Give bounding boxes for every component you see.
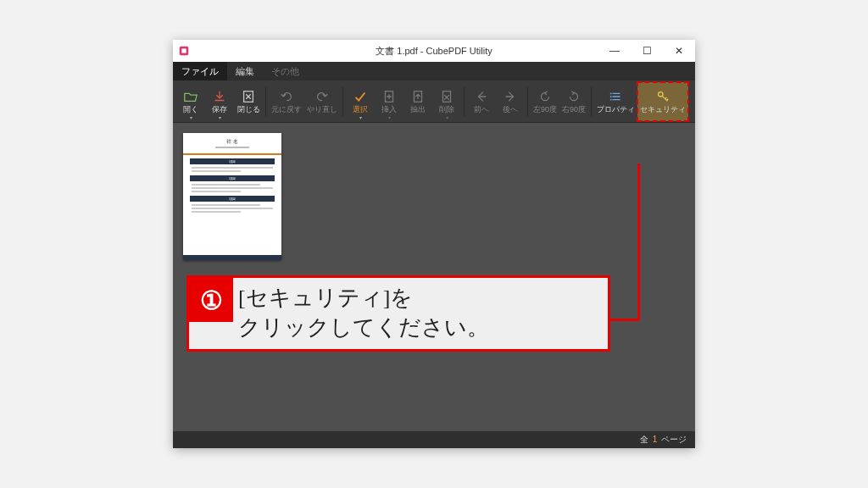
menu-file[interactable]: ファイル (173, 62, 227, 80)
svg-rect-5 (443, 92, 451, 103)
chevron-down-icon: ▾ (346, 115, 375, 120)
select-button[interactable]: 選択 ▾ (346, 82, 375, 121)
insert-page-icon (381, 89, 397, 104)
step-number-badge: ① (189, 278, 233, 322)
maximize-button[interactable]: ☐ (631, 40, 663, 62)
chevron-down-icon: ▾ (432, 115, 461, 120)
thumb-header: 祥 名 (183, 133, 281, 155)
rotate-right-icon (566, 89, 581, 104)
security-button[interactable]: セキュリティ (637, 82, 688, 121)
rotate-right-button[interactable]: 右90度 (559, 82, 588, 121)
close-button[interactable]: ✕ (663, 40, 695, 62)
list-icon (609, 89, 624, 104)
separator (342, 87, 343, 116)
minimize-button[interactable]: — (598, 40, 631, 62)
redo-icon (314, 89, 330, 104)
chevron-down-icon: ▾ (375, 115, 403, 120)
chevron-down-icon: ▾ (176, 115, 205, 120)
page-thumbnail[interactable]: 祥 名 項目 項目 項目 (183, 133, 281, 260)
prev-button[interactable]: 前へ (467, 82, 496, 121)
separator (591, 87, 592, 116)
close-doc-icon (241, 89, 256, 104)
page-count-label: 全 1 ページ (640, 434, 687, 446)
separator (527, 87, 528, 116)
undo-icon (279, 89, 294, 104)
undo-button[interactable]: 元に戻す (269, 82, 304, 121)
save-download-icon (212, 89, 227, 104)
window-controls: — ☐ ✕ (598, 40, 695, 62)
toolbar: 開く ▾ 保存 ▾ 閉じる 元に戻す やり直し 選択 ▾ (173, 80, 695, 123)
app-icon (178, 45, 190, 57)
delete-button[interactable]: 削除 ▾ (432, 82, 461, 121)
menubar: ファイル 編集 その他 (173, 62, 695, 80)
instruction-text: [セキュリティ]を クリックしてください。 (233, 278, 498, 349)
menu-edit[interactable]: 編集 (227, 62, 263, 80)
extract-button[interactable]: 抽出 (403, 82, 432, 121)
svg-point-6 (609, 93, 611, 95)
save-button[interactable]: 保存 ▾ (205, 82, 234, 121)
separator (265, 87, 266, 116)
delete-page-icon (439, 89, 454, 104)
svg-rect-1 (181, 48, 186, 53)
titlebar: 文書 1.pdf - CubePDF Utility — ☐ ✕ (173, 40, 695, 62)
folder-open-icon (183, 89, 198, 104)
check-icon (353, 89, 368, 104)
svg-point-8 (609, 99, 611, 101)
rotate-left-button[interactable]: 左90度 (531, 82, 559, 121)
callout-connector (610, 319, 639, 321)
statusbar: 全 1 ページ (173, 431, 695, 448)
insert-button[interactable]: 挿入 ▾ (375, 82, 403, 121)
app-window: 文書 1.pdf - CubePDF Utility — ☐ ✕ ファイル 編集… (173, 40, 695, 448)
close-doc-button[interactable]: 閉じる (234, 82, 263, 121)
extract-page-icon (410, 89, 426, 104)
workspace: 祥 名 項目 項目 項目 ① [セキュリティ]を クリックしてください。 (173, 123, 695, 431)
svg-point-7 (609, 96, 611, 97)
chevron-down-icon: ▾ (205, 115, 234, 120)
property-button[interactable]: プロパティ (594, 82, 637, 121)
redo-button[interactable]: やり直し (304, 82, 340, 121)
next-button[interactable]: 後へ (496, 82, 525, 121)
instruction-callout: ① [セキュリティ]を クリックしてください。 (186, 275, 610, 352)
open-button[interactable]: 開く ▾ (176, 82, 205, 121)
arrow-right-icon (503, 89, 518, 104)
separator (464, 87, 465, 116)
callout-connector (637, 164, 640, 320)
arrow-left-icon (474, 89, 489, 104)
rotate-left-icon (537, 89, 553, 104)
key-icon (655, 89, 670, 104)
menu-other[interactable]: その他 (263, 62, 308, 80)
